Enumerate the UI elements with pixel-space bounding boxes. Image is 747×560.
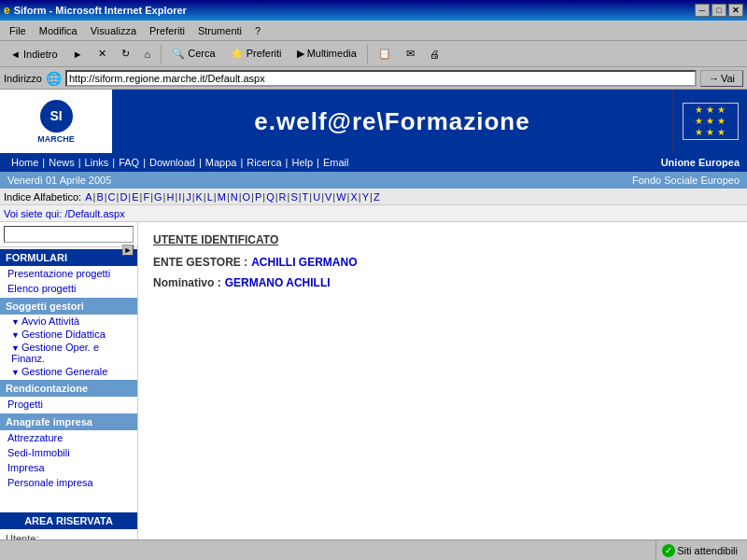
main-content: UTENTE IDENTIFICATO ENTE GESTORE : ACHIL… xyxy=(138,222,747,539)
alpha-D[interactable]: D xyxy=(120,191,127,203)
alpha-E[interactable]: E xyxy=(132,191,138,203)
alpha-I[interactable]: I xyxy=(178,191,181,203)
content-area: SI MARCHE e.welf@re\Formazione ★ ★ ★★ ★ … xyxy=(0,90,747,539)
sidebar-item-gestione-generale[interactable]: Gestione Generale xyxy=(0,365,137,378)
alpha-M[interactable]: M xyxy=(218,191,226,203)
sidebar-item-personale[interactable]: Personale impresa xyxy=(0,475,137,490)
favorites-button[interactable]: ⭐ Preferiti xyxy=(224,44,289,64)
sidebar-item-gestione-didattica[interactable]: Gestione Didattica xyxy=(0,328,137,341)
alpha-P[interactable]: P xyxy=(255,191,261,203)
minimize-button[interactable]: ─ xyxy=(695,4,710,17)
menu-strumenti[interactable]: Strumenti xyxy=(192,23,247,38)
nav-email[interactable]: Email xyxy=(319,157,353,168)
alpha-T[interactable]: T xyxy=(303,191,309,203)
maximize-button[interactable]: □ xyxy=(712,4,726,17)
alpha-S[interactable]: S xyxy=(290,191,297,203)
navbar-right-text: Unione Europea xyxy=(661,157,740,168)
banner-logo: SI MARCHE xyxy=(0,90,112,153)
go-button[interactable]: → Vai xyxy=(700,70,743,87)
alpha-G[interactable]: G xyxy=(154,191,162,203)
sidebar-section-rendicontazione: Rendicontazione xyxy=(0,380,137,397)
search-input[interactable] xyxy=(4,226,134,243)
utente-label: Utente: xyxy=(6,533,132,539)
alpha-F[interactable]: F xyxy=(143,191,149,203)
breadcrumb: Voi siete qui: /Default.aspx xyxy=(0,205,747,222)
close-button[interactable]: ✕ xyxy=(728,4,743,17)
banner-eu-flag: ★ ★ ★★ ★ ★★ ★ ★ xyxy=(672,90,747,153)
nav-ricerca[interactable]: Ricerca xyxy=(243,157,285,168)
menu-visualizza[interactable]: Visualizza xyxy=(85,23,142,38)
search-arrow-button[interactable]: ► xyxy=(122,245,134,256)
menu-preferiti[interactable]: Preferiti xyxy=(144,23,190,38)
sidebar-item-impresa[interactable]: Impresa xyxy=(0,460,137,475)
sidebar: ► FORMULARI Presentazione progetti Elenc… xyxy=(0,222,138,539)
nominativo-value: GERMANO ACHILLI xyxy=(225,276,331,289)
nav-mappa[interactable]: Mappa xyxy=(202,157,241,168)
alpha-R[interactable]: R xyxy=(279,191,287,203)
alpha-W[interactable]: W xyxy=(336,191,345,203)
menu-file[interactable]: File xyxy=(4,23,32,38)
alpha-U[interactable]: U xyxy=(313,191,320,203)
refresh-button[interactable]: ↻ xyxy=(115,44,136,64)
back-button[interactable]: ◄ ◄ IndietroIndietro xyxy=(4,44,64,64)
sidebar-item-avvio[interactable]: Avvio Attività xyxy=(0,315,137,328)
sidebar-section-anagrafe: Anagrafe impresa xyxy=(0,413,137,430)
forward-button[interactable]: ► xyxy=(66,44,90,64)
address-input[interactable] xyxy=(65,70,697,87)
menu-help[interactable]: ? xyxy=(249,23,266,38)
alpha-J[interactable]: J xyxy=(186,191,191,203)
toolbar: ◄ ◄ IndietroIndietro ► ✕ ↻ ⌂ 🔍 Cerca ⭐ P… xyxy=(0,41,747,67)
print-button[interactable]: 🖨 xyxy=(423,44,446,64)
main-layout: ► FORMULARI Presentazione progetti Elenc… xyxy=(0,222,747,539)
alpha-links: A| B| C| D| E| F| G| H| I| J| K| L| M| N… xyxy=(85,191,379,203)
ente-gestore-label: ENTE GESTORE : xyxy=(153,256,247,269)
nav-links: Home | News | Links | FAQ | Download | M… xyxy=(7,157,352,168)
address-icon: 🌐 xyxy=(46,71,62,86)
alpha-Y[interactable]: Y xyxy=(362,191,369,203)
status-indicator: ✓ Siti attendibili xyxy=(655,540,743,560)
alpha-N[interactable]: N xyxy=(231,191,238,203)
alpha-L[interactable]: L xyxy=(207,191,213,203)
nav-bar: Home | News | Links | FAQ | Download | M… xyxy=(0,153,747,172)
banner-title: e.welf@re\Formazione xyxy=(112,107,672,136)
mail-button[interactable]: ✉ xyxy=(400,44,421,64)
alpha-Z[interactable]: Z xyxy=(374,191,380,203)
area-riservata-header: AREA RISERVATA xyxy=(0,512,137,529)
alpha-A[interactable]: A xyxy=(85,191,92,203)
alpha-O[interactable]: O xyxy=(243,191,251,203)
sidebar-item-progetti[interactable]: Progetti xyxy=(0,397,137,412)
home-button[interactable]: ⌂ xyxy=(138,44,158,64)
sidebar-item-gestione-oper[interactable]: Gestione Oper. e Finanz. xyxy=(0,341,137,365)
sidebar-item-elenco[interactable]: Elenco progetti xyxy=(0,281,137,296)
alpha-C[interactable]: C xyxy=(108,191,116,203)
alpha-Q[interactable]: Q xyxy=(266,191,275,203)
title-bar: e Siform - Microsoft Internet Explorer ─… xyxy=(0,0,747,21)
multimedia-button[interactable]: ▶ Multimedia xyxy=(290,44,363,64)
alpha-X[interactable]: X xyxy=(350,191,357,203)
nav-help[interactable]: Help xyxy=(288,157,317,168)
utente-identificato-title: UTENTE IDENTIFICATO xyxy=(153,233,732,246)
history-button[interactable]: 📋 xyxy=(372,44,398,64)
title-bar-right: ─ □ ✕ xyxy=(695,4,743,17)
sidebar-item-presentazione[interactable]: Presentazione progetti xyxy=(0,266,137,281)
menu-bar: File Modifica Visualizza Preferiti Strum… xyxy=(0,21,747,41)
nav-news[interactable]: News xyxy=(45,157,78,168)
alpha-K[interactable]: K xyxy=(196,191,203,203)
address-bar: Indirizzo 🌐 → Vai xyxy=(0,67,747,90)
search-button[interactable]: 🔍 Cerca xyxy=(165,44,221,64)
alpha-B[interactable]: B xyxy=(96,191,103,203)
app-icon: e xyxy=(4,4,10,17)
nav-faq[interactable]: FAQ xyxy=(115,157,143,168)
sidebar-item-sedi[interactable]: Sedi-Immobili xyxy=(0,445,137,460)
utente-box: Utente: ACHILLI GERMANO xyxy=(0,529,137,539)
sidebar-section-soggetti: Soggetti gestori xyxy=(0,298,137,315)
banner-logo-inner: SI MARCHE xyxy=(37,100,75,144)
sidebar-item-attrezzature[interactable]: Attrezzature xyxy=(0,430,137,445)
alpha-H[interactable]: H xyxy=(166,191,174,203)
nav-home[interactable]: Home xyxy=(7,157,42,168)
nav-download[interactable]: Download xyxy=(146,157,199,168)
nav-links[interactable]: Links xyxy=(81,157,113,168)
stop-button[interactable]: ✕ xyxy=(92,44,113,64)
menu-modifica[interactable]: Modifica xyxy=(34,23,83,38)
alpha-V[interactable]: V xyxy=(325,191,331,203)
